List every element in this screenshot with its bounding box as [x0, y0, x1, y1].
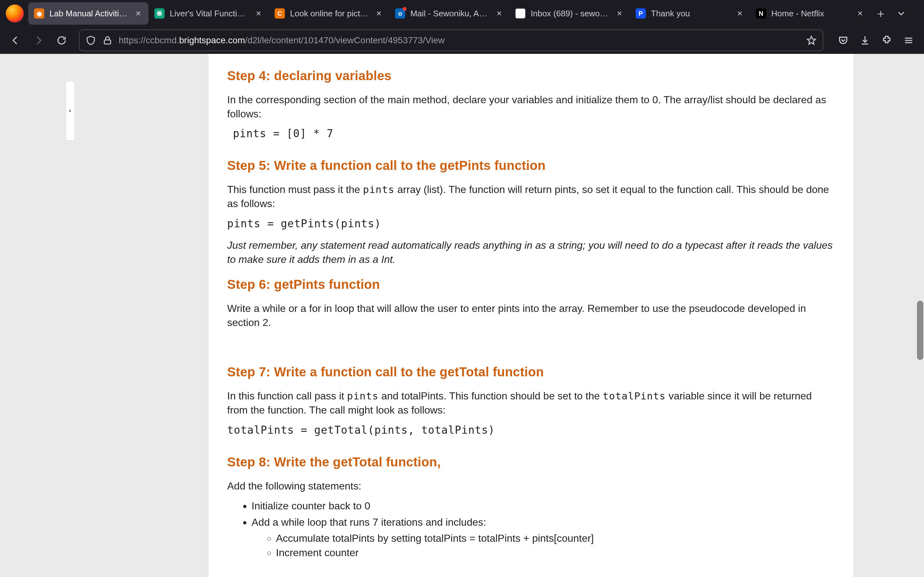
close-tab-icon[interactable]: ×: [375, 9, 383, 18]
step5-code: pints = getPints(pints): [227, 218, 835, 230]
step4-heading: Step 4: declaring variables: [227, 69, 835, 83]
new-tab-button[interactable]: ＋: [871, 3, 891, 24]
close-tab-icon[interactable]: ×: [735, 9, 744, 18]
tab-title: Thank you: [651, 9, 730, 19]
tab-strip: ◉ Lab Manual Activities 9 - × ֎ Liver's …: [0, 0, 924, 27]
step5-paragraph: This function must pass it the pints arr…: [227, 182, 835, 211]
tab-item[interactable]: P Thank you ×: [630, 2, 750, 25]
chegg-favicon-icon: C: [275, 8, 285, 19]
step6-paragraph: Write a while or a for in loop that will…: [227, 301, 835, 330]
shield-icon: [86, 35, 96, 46]
chevron-right-icon: [68, 108, 73, 113]
tab-title: Look online for pictures o: [290, 9, 369, 19]
close-tab-icon[interactable]: ×: [254, 9, 263, 18]
document-area: Step 4: declaring variables In the corre…: [87, 54, 924, 577]
svg-rect-0: [104, 40, 111, 44]
back-button[interactable]: [5, 30, 26, 51]
step4-paragraph: In the corresponding section of the main…: [227, 93, 835, 121]
tab-active[interactable]: ◉ Lab Manual Activities 9 - ×: [28, 2, 149, 25]
step8-paragraph: Add the following statements:: [227, 479, 835, 493]
tab-item[interactable]: N Home - Netflix ×: [750, 2, 871, 25]
step5-note: Just remember, any statement read automa…: [227, 238, 835, 266]
extensions-icon[interactable]: [877, 30, 897, 51]
scrollbar-track[interactable]: [914, 54, 924, 577]
step6-heading: Step 6: getPints function: [227, 277, 835, 292]
p-favicon-icon: P: [636, 8, 646, 19]
list-item: Accumulate totalPints by setting totalPi…: [276, 531, 835, 546]
step7-code: totalPints = getTotal(pints, totalPints): [227, 424, 835, 436]
forward-button[interactable]: [28, 30, 49, 51]
downloads-icon[interactable]: [855, 30, 875, 51]
all-tabs-button[interactable]: [891, 3, 911, 24]
tab-title: Lab Manual Activities 9 -: [49, 9, 129, 19]
step7-heading: Step 7: Write a function call to the get…: [227, 365, 835, 379]
close-tab-icon[interactable]: ×: [615, 9, 624, 18]
reload-button[interactable]: [51, 30, 72, 51]
close-tab-icon[interactable]: ×: [856, 9, 865, 18]
netflix-favicon-icon: N: [756, 8, 766, 19]
svg-marker-5: [69, 109, 71, 112]
gmail-favicon-icon: [515, 8, 525, 19]
bookmark-star-icon[interactable]: [806, 35, 817, 46]
viewport: Step 4: declaring variables In the corre…: [0, 54, 924, 577]
document-page: Step 4: declaring variables In the corre…: [208, 54, 853, 577]
brightspace-favicon-icon: ◉: [34, 8, 44, 19]
list-item: Initialize counter back to 0: [252, 499, 835, 513]
app-menu-icon[interactable]: [898, 30, 919, 51]
scrollbar-thumb[interactable]: [917, 301, 923, 360]
url-text: https://ccbcmd.brightspace.com/d2l/le/co…: [119, 35, 800, 45]
tab-title: Home - Netflix: [771, 9, 851, 19]
list-item: Increment counter: [276, 546, 835, 560]
browser-chrome: ◉ Lab Manual Activities 9 - × ֎ Liver's …: [0, 0, 924, 54]
pocket-icon[interactable]: [833, 30, 853, 51]
step5-heading: Step 5: Write a function call to the get…: [227, 158, 835, 173]
toolbar: https://ccbcmd.brightspace.com/d2l/le/co…: [0, 27, 924, 54]
list-item: Add a while loop that runs 7 iterations …: [252, 515, 835, 560]
chatgpt-favicon-icon: ֎: [154, 8, 165, 19]
tab-title: Mail - Sewoniku, Adesola: [410, 9, 489, 19]
step8-list: Initialize counter back to 0 Add a while…: [252, 499, 835, 560]
step8-heading: Step 8: Write the getTotal function,: [227, 455, 835, 469]
tab-item[interactable]: ֎ Liver's Vital Functions. ×: [149, 2, 269, 25]
close-tab-icon[interactable]: ×: [134, 9, 143, 18]
tab-item[interactable]: C Look online for pictures o ×: [269, 2, 389, 25]
step7-paragraph: In this function call pass it pints and …: [227, 389, 835, 417]
tab-title: Liver's Vital Functions.: [170, 9, 249, 19]
step4-code: pints = [0] * 7: [233, 127, 835, 140]
firefox-logo-icon[interactable]: [6, 5, 24, 23]
address-bar[interactable]: https://ccbcmd.brightspace.com/d2l/le/co…: [79, 29, 823, 51]
svg-marker-1: [807, 36, 816, 44]
close-tab-icon[interactable]: ×: [495, 9, 504, 18]
step8-sublist: Accumulate totalPints by setting totalPi…: [276, 531, 835, 560]
lock-icon: [102, 35, 113, 46]
expand-sidebar-handle[interactable]: [66, 81, 75, 140]
outlook-favicon-icon: o: [395, 8, 405, 19]
left-rail: [0, 54, 87, 577]
tab-item[interactable]: o Mail - Sewoniku, Adesola ×: [389, 2, 509, 25]
tab-item[interactable]: Inbox (689) - sewonikua@ ×: [509, 2, 630, 25]
tab-title: Inbox (689) - sewonikua@: [531, 9, 610, 19]
